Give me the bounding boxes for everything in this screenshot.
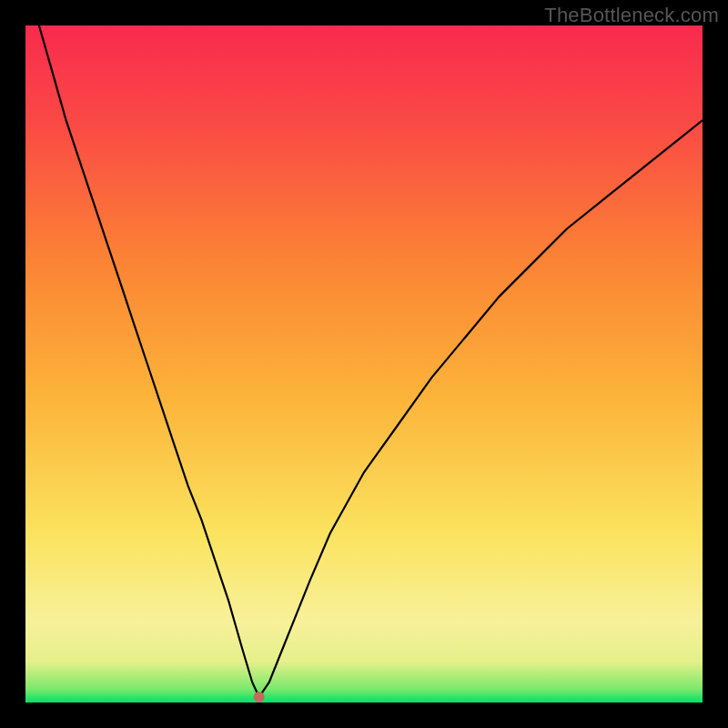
chart-frame: { "watermark": "TheBottleneck.com", "cha… [0, 0, 728, 728]
gradient-background [25, 25, 703, 703]
optimum-marker [254, 692, 265, 703]
watermark-label: TheBottleneck.com [544, 4, 719, 27]
bottleneck-chart [25, 25, 703, 703]
